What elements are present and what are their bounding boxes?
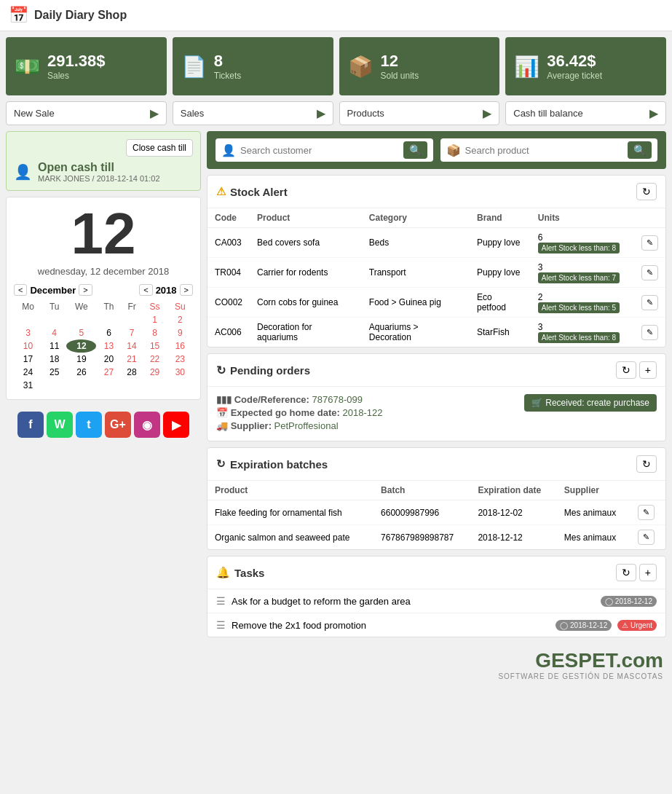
exp-row-supplier: Mes animaux [557,500,631,525]
sales-action-button[interactable]: Sales ▶ [173,101,333,125]
order-expected-value: 2018-122 [343,407,383,418]
edit-button[interactable]: ✎ [638,505,655,520]
calendar-day[interactable]: 26 [66,366,96,379]
cash-till-status: Open cash till [38,161,160,174]
table-row: AC006 Decoration for aquariums Aquariums… [207,318,665,347]
next-month-button[interactable]: > [79,284,92,296]
calendar-day[interactable]: 18 [42,353,66,366]
stock-alert-refresh-button[interactable]: ↻ [636,183,657,200]
calendar-day[interactable]: 20 [96,353,121,366]
calendar-day[interactable]: 14 [122,339,143,353]
twitter-icon[interactable]: t [76,412,102,438]
expiration-refresh-button[interactable]: ↻ [636,455,657,473]
calendar-day[interactable]: 23 [167,353,193,366]
calendar-day[interactable] [143,379,167,392]
calendar-day[interactable]: 28 [122,366,143,379]
new-sale-button[interactable]: New Sale ▶ [6,101,167,125]
tasks-list: ☰ Ask for a budget to reform the garden … [207,589,665,637]
calendar-day[interactable]: 10 [14,339,42,353]
stat-card-sold-units: 📦 12 Sold units [339,37,500,95]
edit-button[interactable]: ✎ [641,295,658,310]
cash-till-balance-button[interactable]: Cash till balance ▶ [505,101,666,125]
calendar-day[interactable]: 12 [66,339,96,353]
pending-orders-refresh-button[interactable]: ↻ [616,361,636,379]
table-row: CA003 Bed covers sofa Beds Puppy love 6 … [207,228,665,258]
youtube-icon[interactable]: ▶ [163,412,189,438]
calendar-day[interactable]: 8 [143,326,167,339]
calendar-day[interactable]: 24 [14,366,42,379]
edit-button[interactable]: ✎ [641,325,658,340]
receive-purchase-button[interactable]: 🛒 Received: create purchase [524,394,657,412]
calendar-day[interactable]: 1 [143,313,167,326]
prev-year-button[interactable]: < [139,284,152,296]
customer-search-button[interactable]: 🔍 [403,141,427,159]
calendar-day[interactable]: 6 [96,326,121,339]
calendar-day[interactable] [122,379,143,392]
date-weekday: wednesday, 12 december 2018 [14,266,193,277]
edit-button[interactable]: ✎ [641,235,658,251]
product-search-button[interactable]: 🔍 [628,141,652,159]
sales-label: Sales [47,71,158,81]
whatsapp-icon[interactable]: W [47,412,73,438]
avg-ticket-label: Average ticket [547,71,657,81]
calendar-day[interactable]: 25 [42,366,66,379]
next-year-button[interactable]: > [180,284,193,296]
order-code-label: ▮▮▮ Code/Reference: [216,394,312,405]
pending-orders-title: Pending orders [230,364,310,377]
calendar-day[interactable]: 19 [66,353,96,366]
big-date-number: 12 [14,205,193,263]
calendar-day[interactable] [96,379,121,392]
calendar-day[interactable]: 9 [167,326,193,339]
calendar-day[interactable]: 11 [42,339,66,353]
calendar-day[interactable] [96,313,121,326]
googleplus-icon[interactable]: G+ [105,412,131,438]
alert-badge: Alert Stock less than: 7 [538,272,620,283]
calendar-day[interactable] [66,379,96,392]
calendar-day[interactable]: 13 [96,339,121,353]
calendar-day[interactable] [167,379,193,392]
calendar-day[interactable]: 29 [143,366,167,379]
pending-orders-add-button[interactable]: + [639,361,657,379]
tasks-add-button[interactable]: + [639,564,657,581]
calendar-day[interactable]: 3 [14,326,42,339]
row-edit[interactable]: ✎ [634,258,665,288]
row-brand: StarFish [470,318,531,347]
prev-month-button[interactable]: < [14,284,27,296]
calendar-day[interactable] [42,313,66,326]
products-action-button[interactable]: Products ▶ [339,101,500,125]
row-edit[interactable]: ✎ [634,318,665,347]
calendar-day[interactable] [66,313,96,326]
footer: GESPET.com SOFTWARE DE GESTIÓN DE MASCOT… [0,643,672,686]
edit-button[interactable]: ✎ [641,265,658,280]
calendar-day[interactable]: 17 [14,353,42,366]
calendar-day[interactable]: 2 [167,313,193,326]
calendar-day[interactable]: 30 [167,366,193,379]
calendar-day[interactable] [14,313,42,326]
calendar-day[interactable]: 5 [66,326,96,339]
search-customer-input[interactable] [240,145,399,156]
instagram-icon[interactable]: ◉ [134,412,160,438]
calendar-day[interactable] [122,313,143,326]
calendar-day[interactable]: 27 [96,366,121,379]
calendar-day[interactable]: 22 [143,353,167,366]
sold-units-value: 12 [381,52,491,71]
row-edit[interactable]: ✎ [634,228,665,258]
edit-button[interactable]: ✎ [638,530,655,545]
stats-bar: 💵 291.38$ Sales 📄 8 Tickets 📦 12 Sold un… [0,31,672,101]
calendar-day[interactable]: 21 [122,353,143,366]
tasks-refresh-button[interactable]: ↻ [616,564,636,581]
close-cash-till-button[interactable]: Close cash till [126,139,193,157]
calendar-day[interactable]: 31 [14,379,42,392]
exp-row-edit[interactable]: ✎ [631,525,665,550]
search-product-input[interactable] [465,145,624,156]
row-edit[interactable]: ✎ [634,288,665,318]
exp-row-product: Organic salmon and seaweed pate [207,525,373,550]
exp-row-edit[interactable]: ✎ [631,500,665,525]
calendar-day[interactable]: 16 [167,339,193,353]
calendar-day[interactable]: 7 [122,326,143,339]
calendar-day[interactable] [42,379,66,392]
facebook-icon[interactable]: f [17,412,44,438]
cash-till-arrow-icon: ▶ [649,106,658,120]
calendar-day[interactable]: 15 [143,339,167,353]
calendar-day[interactable]: 4 [42,326,66,339]
